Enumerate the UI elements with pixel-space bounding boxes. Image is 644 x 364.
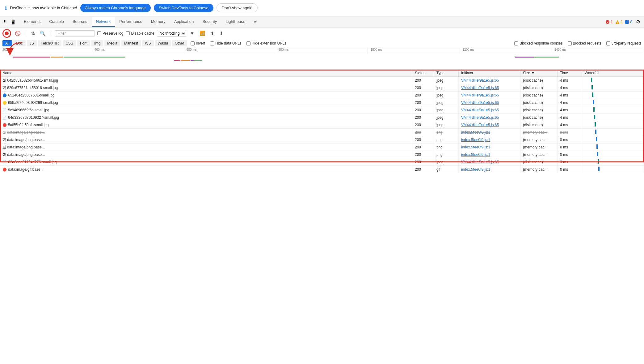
table-row[interactable]: 🔵65140ec25067581-small.jpg200jpegVM44 dl… — [0, 92, 644, 99]
filter-wasm[interactable]: Wasm — [155, 40, 171, 46]
table-row[interactable]: 🟡655a2f24e08d84269-small.jpg200jpegVM44 … — [0, 99, 644, 106]
tab-lighthouse[interactable]: Lighthouse — [221, 17, 250, 27]
table-row[interactable]: 🔴5af55b0fe50a1-small.jpg200jpegVM44 dll.… — [0, 121, 644, 129]
filter-manifest[interactable]: Manifest — [121, 40, 141, 46]
tab-elements[interactable]: Elements — [19, 17, 45, 27]
tab-network[interactable]: Network — [92, 17, 115, 27]
invert-label[interactable]: Invert — [191, 41, 205, 45]
throttle-select[interactable]: No throttling — [157, 30, 186, 37]
tab-memory[interactable]: Memory — [147, 17, 170, 27]
initiator-link[interactable]: index.5fee0f9.js:1 — [461, 138, 490, 142]
col-header-status[interactable]: Status — [412, 70, 434, 77]
third-party-label[interactable]: 3rd-party requests — [606, 41, 642, 45]
filter-doc[interactable]: Doc — [13, 40, 25, 46]
table-row[interactable]: 🖼629c677521a458016-small.jpg200jpegVM44 … — [0, 84, 644, 92]
hide-data-label[interactable]: Hide data URLs — [210, 41, 242, 45]
initiator-link[interactable]: index.5fee0f9.js:1 — [461, 130, 490, 135]
initiator-link[interactable]: index.5fee0f9.js:1 — [461, 167, 490, 172]
hide-data-checkbox[interactable] — [210, 41, 214, 45]
devtools-grid-icon[interactable]: ⠿ — [2, 18, 8, 26]
cell-initiator[interactable]: VM44 dll.ef9a1e5.js:65 — [459, 99, 520, 106]
table-row[interactable]: 🖼642b85a532b645661-small.jpg200jpegVM44 … — [0, 77, 644, 84]
blocked-requests-checkbox[interactable] — [568, 41, 572, 45]
initiator-link[interactable]: VM44 dll.ef9a1e5.js:65 — [461, 78, 499, 83]
invert-checkbox[interactable] — [191, 41, 195, 45]
filter-fetchxhr[interactable]: Fetch/XHR — [38, 40, 62, 46]
disable-cache-label[interactable]: Disable cache — [126, 31, 154, 36]
disable-cache-checkbox[interactable] — [126, 31, 130, 35]
initiator-link[interactable]: VM44 dll.ef9a1e5.js:65 — [461, 101, 499, 105]
throttle-expand-icon[interactable]: ▼ — [189, 30, 196, 36]
col-header-time[interactable]: Time — [558, 70, 582, 77]
cell-initiator[interactable]: VM44 dll.ef9a1e5.js:65 — [459, 114, 520, 121]
col-header-type[interactable]: Type — [434, 70, 459, 77]
filter-other[interactable]: Other — [172, 40, 187, 46]
col-header-waterfall[interactable]: Waterfall — [582, 70, 644, 77]
initiator-link[interactable]: VM44 dll.ef9a1e5.js:65 — [461, 93, 499, 97]
filter-all[interactable]: All — [2, 40, 12, 46]
tab-console[interactable]: Console — [45, 17, 68, 27]
tab-performance[interactable]: Performance — [115, 17, 146, 27]
initiator-link[interactable]: VM44 dll.ef9a1e5.js:65 — [461, 86, 499, 90]
cell-initiator[interactable]: index.5fee0f9.js:1 — [459, 151, 520, 158]
hide-ext-checkbox[interactable] — [246, 41, 250, 45]
table-row[interactable]: 🖼data:image/png;base...200pngindex.5fee0… — [0, 151, 644, 158]
preserve-log-label[interactable]: Preserve log — [97, 31, 123, 36]
table-row[interactable]: 🖼data:image/png;base...200pngindex.5fee0… — [0, 136, 644, 143]
cell-initiator[interactable]: VM44 dll.ef9a1e5.js:65 — [459, 77, 520, 84]
third-party-checkbox[interactable] — [606, 41, 610, 45]
tab-more[interactable]: » — [250, 17, 260, 27]
search-icon[interactable]: 🔍 — [39, 30, 47, 37]
cell-initiator[interactable]: index.5fee0f9.js:1 — [459, 143, 520, 151]
initiator-link[interactable]: index.5fee0f9.js:1 — [461, 145, 490, 149]
filter-input[interactable] — [55, 30, 95, 36]
blocked-cookies-label[interactable]: Blocked response cookies — [514, 41, 562, 45]
cell-initiator[interactable]: VM44 dll.ef9a1e5.js:65 — [459, 84, 520, 92]
col-header-size[interactable]: Size ▼ — [520, 70, 558, 77]
initiator-link[interactable]: VM44 dll.ef9a1e5.js:65 — [461, 123, 499, 127]
cell-initiator[interactable]: VM44 dll.ef9a1e5.js:65 — [459, 106, 520, 114]
clear-button[interactable]: 🚫 — [14, 30, 22, 37]
table-row[interactable]: 🖼data:image/png;base...200pngindex.5fee0… — [0, 143, 644, 151]
cell-initiator[interactable]: VM44 dll.ef9a1e5.js:65 — [459, 92, 520, 99]
cell-initiator[interactable]: VM44 dll.ef9a1e5.js:65 — [459, 121, 520, 129]
initiator-link[interactable]: VM44 dll.ef9a1e5.js:65 — [461, 115, 499, 120]
table-row[interactable]: 🖼data:image/png;base...200pngindex.5fee0… — [0, 129, 644, 136]
settings-icon[interactable]: ⚙ — [635, 18, 642, 26]
table-row[interactable]: 🔴data:image/gif;base...200gifindex.5fee0… — [0, 166, 644, 173]
cell-initiator[interactable]: index.5fee0f9.js:1 — [459, 166, 520, 173]
tab-sources[interactable]: Sources — [68, 17, 92, 27]
table-row[interactable]: 📄64d333d8d76109327-small.jpg200jpegVM44 … — [0, 114, 644, 121]
table-row[interactable]: 📄62a6eec31194d276-small.jpg200jpegVM44 d… — [0, 158, 644, 166]
filter-img[interactable]: Img — [91, 40, 103, 46]
table-container[interactable]: Name Status Type Initiator Size ▼ Time W… — [0, 70, 644, 332]
filter-css[interactable]: CSS — [63, 40, 76, 46]
tab-application[interactable]: Application — [170, 17, 198, 27]
wifi-icon[interactable]: 📶 — [198, 30, 207, 37]
filter-media[interactable]: Media — [104, 40, 120, 46]
initiator-link[interactable]: index.5fee0f9.js:1 — [461, 152, 490, 157]
cell-initiator[interactable]: index.5fee0f9.js:1 — [459, 136, 520, 143]
filter-icon[interactable]: ⚗ — [30, 30, 36, 37]
initiator-link[interactable]: VM44 dll.ef9a1e5.js:65 — [461, 108, 499, 112]
col-header-initiator[interactable]: Initiator — [459, 70, 520, 77]
devtools-device-icon[interactable]: 📱 — [9, 18, 17, 26]
match-language-button[interactable]: Always match Chrome's language — [80, 4, 151, 12]
filter-font[interactable]: Font — [77, 40, 90, 46]
blocked-cookies-checkbox[interactable] — [514, 41, 518, 45]
blocked-requests-label[interactable]: Blocked requests — [568, 41, 601, 45]
table-row[interactable]: 📄5c94696669f5c-small.jpg200jpegVM44 dll.… — [0, 106, 644, 114]
dont-show-button[interactable]: Don't show again — [217, 3, 258, 12]
cell-initiator[interactable]: VM44 dll.ef9a1e5.js:65 — [459, 158, 520, 166]
upload-icon[interactable]: ⬆ — [209, 30, 216, 37]
cell-initiator[interactable]: index.5fee0f9.js:1 — [459, 129, 520, 136]
download-icon[interactable]: ⬇ — [218, 30, 225, 37]
col-header-name[interactable]: Name — [0, 70, 412, 77]
tab-security[interactable]: Security — [198, 17, 221, 27]
initiator-link[interactable]: VM44 dll.ef9a1e5.js:65 — [461, 160, 499, 164]
switch-language-button[interactable]: Switch DevTools to Chinese — [154, 4, 213, 12]
filter-js[interactable]: JS — [27, 40, 37, 46]
hide-ext-label[interactable]: Hide extension URLs — [246, 41, 287, 45]
preserve-log-checkbox[interactable] — [97, 31, 101, 35]
filter-ws[interactable]: WS — [142, 40, 154, 46]
